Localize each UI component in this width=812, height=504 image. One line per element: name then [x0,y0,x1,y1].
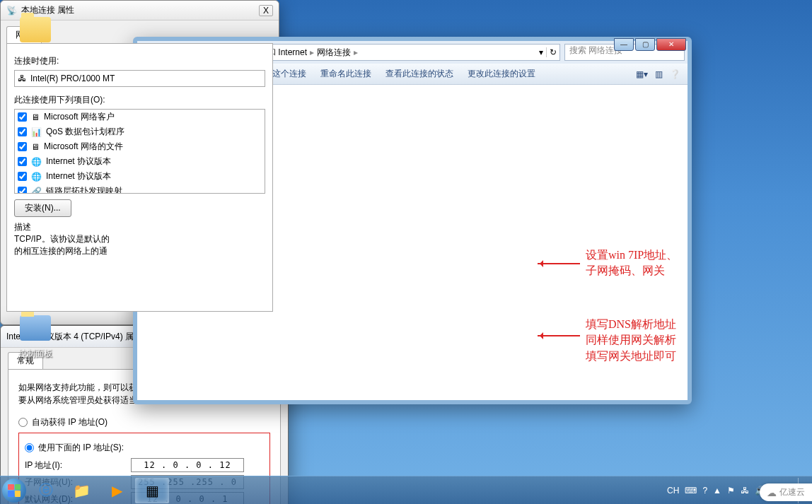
preview-icon[interactable]: ▥ [655,69,663,79]
maximize-button[interactable]: ▢ [635,38,655,51]
annotation-ip: 设置win 7IP地址、 子网掩码、网关 [586,247,678,279]
taskbar-ie-icon[interactable]: ⓔ [29,478,63,503]
toolbar-change[interactable]: 更改此连接的设置 [468,68,535,80]
desktop-icon-cpanel[interactable]: 控制面板 [8,311,62,360]
minimize-button[interactable]: — [614,38,634,51]
component-list[interactable]: 🖥 Microsoft 网络客户 📊 QoS 数据包计划程序 🖥 Microso… [14,109,265,194]
close-button[interactable]: ✕ [656,38,686,51]
tray-up-icon[interactable]: ▲ [713,486,721,496]
help-icon[interactable]: ❔ [670,69,680,79]
list-item-check[interactable] [18,172,27,181]
arrow-icon [538,263,580,264]
tray-lang[interactable]: CH [667,486,679,496]
toolbar-rename[interactable]: 重命名此连接 [320,68,371,80]
description-label: 描述 [14,221,265,233]
install-button[interactable]: 安装(N)... [14,199,71,217]
tray-help-icon[interactable]: ? [702,486,707,496]
adapter-field: 🖧 Intel(R) PRO/1000 MT [14,70,265,87]
tray-flag-icon[interactable]: ⚑ [727,486,735,496]
list-item-check[interactable] [18,127,27,136]
watermark: ☁ 亿速云 [760,484,812,501]
start-button[interactable] [0,476,28,505]
list-item-check[interactable] [18,142,27,151]
lan-properties-window: 📡 本地连接 属性 X 网络 连接时使用: 🖧 Intel(R) PRO/100… [0,0,279,325]
taskbar: ⓔ 📁 ▶ ▦ CH ⌨ ? ▲ ⚑ 🖧 🔊 13:41 [0,476,812,504]
adapter-icon: 🖧 [18,74,26,83]
description-text: TCP/IP。该协议是默认的 的相互连接的网络上的通 [14,233,265,257]
view-icon[interactable]: ▦▾ [636,69,648,79]
items-label: 此连接使用下列项目(O): [14,94,265,106]
connect-using-label: 连接时使用: [14,55,265,67]
arrow-icon [538,335,580,336]
tray-keyboard-icon[interactable]: ⌨ [685,486,697,496]
taskbar-cpanel-icon[interactable]: ▦ [135,478,169,503]
taskbar-explorer-icon[interactable]: 📁 [64,478,98,503]
toolbar-status[interactable]: 查看此连接的状态 [385,68,453,80]
list-item-check[interactable] [18,187,27,194]
annotation-dns: 填写DNS解析地址 同样使用网关解析 填写网关地址即可 [586,317,676,364]
taskbar-media-icon[interactable]: ▶ [100,478,134,503]
tray-network-icon[interactable]: 🖧 [741,486,749,496]
list-item-check[interactable] [18,157,27,166]
list-item-check[interactable] [18,112,27,122]
